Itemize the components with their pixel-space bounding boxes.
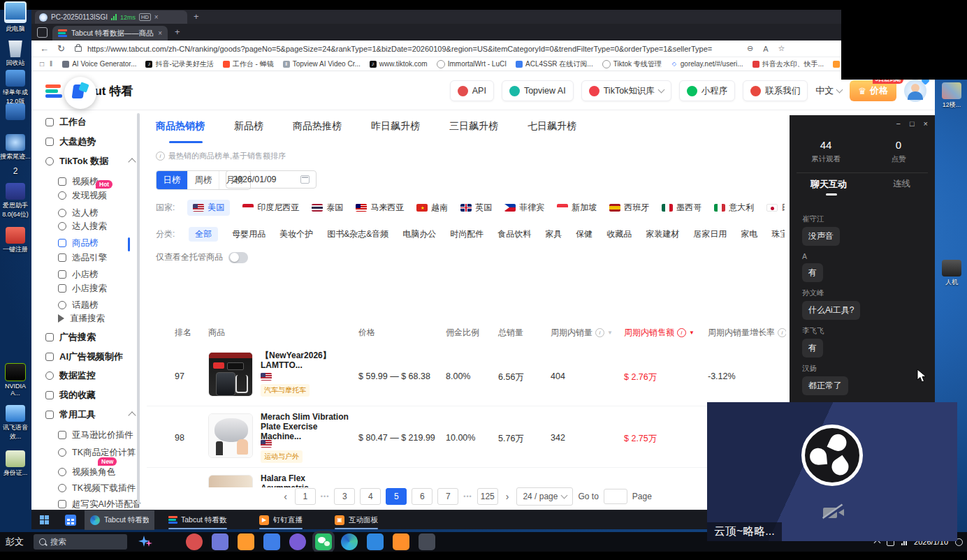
category-item[interactable]: 电脑办公 [402, 228, 436, 240]
category-item[interactable]: 家装建材 [646, 228, 679, 240]
floating-widget-button[interactable] [64, 77, 96, 109]
country-gb[interactable]: 英国 [460, 202, 492, 214]
page-size-select[interactable]: 24 / page [516, 487, 573, 506]
desktop-icon-id[interactable]: 身份证... [0, 450, 31, 478]
maximize-icon[interactable]: □ [910, 119, 915, 128]
bookmark-item[interactable]: 抖音去水印、快手... [752, 59, 824, 69]
desktop-icon-nvidia[interactable]: NVIDIA A... [0, 363, 31, 397]
desktop-icon-right-1[interactable]: 12楼... [936, 82, 967, 110]
page-6[interactable]: 6 [412, 488, 432, 505]
category-item[interactable]: 居家日用 [693, 228, 727, 240]
zoom-out-icon[interactable]: ⊖ [747, 44, 753, 53]
wechat-icon[interactable] [315, 533, 332, 550]
bookmark-item[interactable]: ♪抖音-记录美好生活 [145, 59, 213, 69]
taskbar-search-box[interactable]: 搜索 [34, 534, 127, 550]
user-avatar[interactable] [904, 80, 926, 102]
url-text[interactable]: https://www.tabcut.com/zh-CN/ranking/goo… [87, 45, 737, 53]
close-tab-icon[interactable]: × [158, 29, 162, 37]
new-session-tab-icon[interactable]: + [194, 11, 199, 22]
tab-yesterday-rising[interactable]: 昨日飙升榜 [371, 120, 420, 133]
country-jp[interactable]: 日本 [766, 202, 785, 214]
country-us[interactable]: 美国 [187, 200, 230, 216]
language-selector[interactable]: 中文 [815, 84, 842, 97]
pinned-app-icon[interactable] [367, 533, 384, 550]
sidebar-item-video-download[interactable]: TK视频下载插件 [58, 481, 136, 495]
bookmark-item[interactable]: ‖Topview AI Video Cr... [283, 60, 361, 68]
product-image[interactable] [208, 352, 253, 397]
prev-page-icon[interactable]: ‹ [281, 491, 290, 502]
tab-overview-icon[interactable] [37, 27, 48, 38]
page-4[interactable]: 4 [360, 488, 381, 505]
sidebar-item-shop-rank[interactable]: 小店榜 [58, 267, 99, 281]
nav-knowledge-button[interactable]: TikTok知识库 [581, 80, 671, 101]
new-tab-icon[interactable]: + [175, 27, 180, 37]
category-item[interactable]: 图书&杂志&音频 [327, 228, 388, 240]
country-my[interactable]: 马来西亚 [356, 202, 404, 214]
sidebar-item-trend[interactable]: 大盘趋势 [45, 135, 96, 149]
country-vn[interactable]: 越南 [416, 202, 448, 214]
sidebar-item-favorites[interactable]: 我的收藏 [45, 388, 96, 402]
category-item[interactable]: 食品饮料 [497, 228, 531, 240]
sidebar-item-price-calc[interactable]: TK商品定价计算 [58, 445, 136, 459]
sidebar-item-live-search[interactable]: 直播搜索 [58, 311, 105, 325]
category-item[interactable]: 家具 [545, 228, 562, 240]
category-item[interactable]: 美妆个护 [279, 228, 313, 240]
table-row[interactable]: 97 【NewYear2026】LAMTTO... 汽车与摩托车 $ 59.99… [147, 345, 786, 406]
tab-7day-rising[interactable]: 七日飙升榜 [528, 120, 576, 133]
taskbar-window-panel[interactable]: ▣互动面板 [329, 510, 384, 530]
country-ph[interactable]: 菲律宾 [504, 202, 544, 214]
pinned-app-icon[interactable] [238, 533, 254, 550]
category-item[interactable]: 保健 [576, 228, 592, 240]
country-mx[interactable]: 墨西哥 [662, 202, 701, 214]
pinned-app-icon[interactable] [289, 533, 306, 550]
product-title[interactable]: Halara Flex Asymmetric... [261, 473, 357, 487]
table-row[interactable]: 98 Merach Slim Vibration Plate Exercise … [147, 406, 786, 468]
sidebar-item-tiktok-data[interactable]: TikTok 数据 [45, 154, 108, 168]
category-item[interactable]: 家电 [741, 228, 757, 240]
bookmark-item[interactable]: ACL4SSR 在线订阅... [516, 59, 593, 69]
sidebar-item-creator-rank[interactable]: 达人榜 [58, 206, 99, 220]
sidebar-item-tools[interactable]: 常用工具 [45, 408, 96, 422]
country-es[interactable]: 西班牙 [609, 202, 649, 214]
sidebar-item-amazon-plugin[interactable]: 亚马逊比价插件 [58, 428, 133, 442]
tab-3day-rising[interactable]: 三日飙升榜 [449, 120, 498, 133]
bookmark-item[interactable]: ◇gorelay.net/#/useri... [671, 60, 743, 68]
pinned-app-icon[interactable] [212, 533, 228, 550]
nav-contact-button[interactable]: 联系我们 [743, 80, 808, 101]
date-picker[interactable]: 2026/01/09 [226, 170, 317, 189]
sidebar-item-shop-search[interactable]: 小店搜索 [58, 281, 107, 295]
sidebar-item-video-rank[interactable]: 视频榜 [58, 175, 99, 189]
page-1[interactable]: 1 [295, 488, 316, 505]
desktop-icon-app2[interactable] [0, 103, 31, 121]
sidebar-item-goods-rank[interactable]: 商品榜 [58, 236, 99, 250]
nav-api-button[interactable]: API [450, 80, 494, 101]
pinned-app-icon[interactable] [393, 533, 409, 550]
price-button[interactable]: ♛ 价格 5日后到期 [850, 80, 896, 101]
calculator-icon[interactable] [65, 515, 76, 526]
country-id[interactable]: 印度尼西亚 [242, 202, 299, 214]
desktop-icon-app1[interactable]: 绿单年成 12.0版 [0, 70, 31, 106]
nav-miniapp-button[interactable]: 小程序 [679, 80, 736, 101]
sidebar-item-product-engine[interactable]: 选品引擎 [58, 251, 107, 265]
product-image[interactable] [208, 475, 253, 487]
read-aloud-icon[interactable]: A [763, 45, 768, 53]
category-item[interactable]: 收藏品 [606, 228, 632, 240]
bookmark-item[interactable]: ImmortalWrt - LuCI [437, 60, 507, 68]
country-it[interactable]: 意大利 [714, 202, 754, 214]
col-period-gmv[interactable]: 周期内销售额i▼ [624, 327, 695, 339]
taskbar-window-tabcut[interactable]: Tabcut 特看数据... [163, 510, 233, 530]
bookmark-item[interactable]: 工作台 - 蝉镜 [223, 59, 274, 69]
sidebar-item-ai-ad-video[interactable]: AI广告视频制作 [45, 350, 123, 364]
sidebar-item-ad-search[interactable]: 广告搜索 [45, 330, 96, 344]
favorite-star-icon[interactable]: ☆ [778, 44, 785, 53]
desktop-icon-recycle-bin[interactable]: 回收站 [0, 40, 31, 68]
desktop-icon-aisi[interactable]: 爱思助手 8.0(64位) [0, 183, 31, 219]
tab-new-products[interactable]: 新品榜 [234, 120, 263, 133]
next-page-icon[interactable]: › [503, 491, 512, 502]
sidebar-item-ai-dubbing[interactable]: 超写实AI外语配音 [58, 497, 141, 510]
period-weekly[interactable]: 周榜 [187, 171, 219, 189]
ellipsis-icon[interactable]: ••• [321, 493, 329, 500]
desktop-icon-right-2[interactable]: 人机 [936, 260, 967, 287]
collapse-icon[interactable] [128, 158, 136, 165]
collapse-icon[interactable] [128, 411, 136, 419]
